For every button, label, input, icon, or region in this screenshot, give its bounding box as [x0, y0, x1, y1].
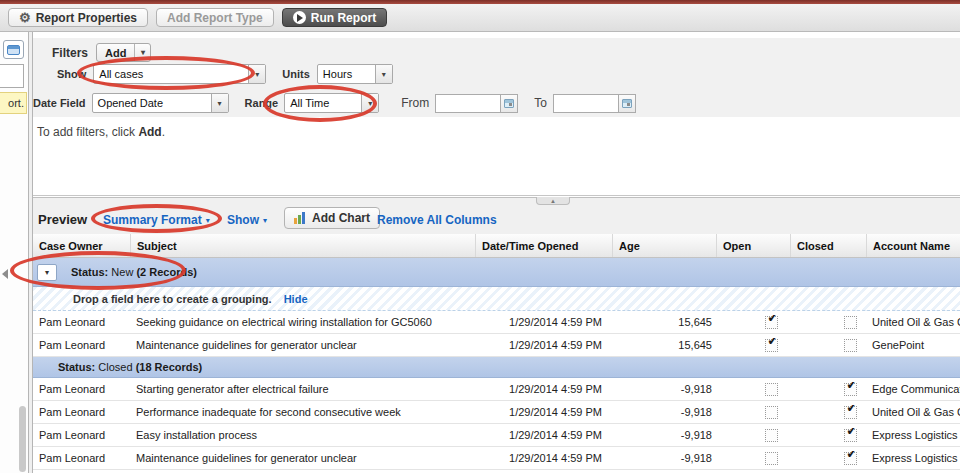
filters-hint-add: Add [138, 125, 161, 139]
drop-hint-text: Drop a field here to create a grouping. [73, 293, 272, 305]
report-properties-label: Report Properties [36, 11, 137, 25]
group-dropdown[interactable]: ▾ [37, 264, 57, 281]
report-properties-button[interactable]: ⚙ Report Properties [8, 8, 148, 27]
cell-case-owner: Pam Leonard [33, 429, 130, 441]
units-select[interactable]: Hours ▾ [317, 64, 393, 84]
table-row[interactable]: Pam Leonard Starting generator after ele… [33, 378, 960, 401]
chevron-down-icon: ▾ [45, 268, 49, 277]
cell-date-opened: 1/29/2014 4:59 PM [475, 339, 612, 351]
chevron-down-icon[interactable]: ▾ [211, 94, 228, 112]
group-count: (18 Records) [136, 361, 203, 373]
filters-pane: Filters Add ▾ Show All cases ▾ Units Hou… [33, 38, 960, 196]
cell-case-owner: Pam Leonard [33, 452, 130, 464]
calendar-icon[interactable] [619, 94, 636, 113]
fields-search-input[interactable] [0, 64, 24, 88]
cell-account-name: Edge Communicati [866, 383, 960, 395]
fields-pane-scrollbar[interactable] [19, 406, 26, 472]
open-checkbox: ✓ [765, 316, 778, 329]
cell-closed [790, 338, 866, 352]
column-header-closed[interactable]: Closed [790, 234, 866, 257]
cell-date-opened: 1/29/2014 4:59 PM [475, 429, 612, 441]
cell-case-owner: Pam Leonard [33, 339, 130, 351]
group-label: Status: [71, 266, 108, 278]
chevron-down-icon[interactable]: ▾ [361, 94, 378, 112]
add-filter-label: Add [97, 44, 134, 61]
open-checkbox [765, 406, 778, 419]
from-label: From [401, 96, 429, 110]
add-chart-button[interactable]: Add Chart [284, 207, 380, 229]
closed-checkbox [844, 316, 857, 329]
open-checkbox [765, 429, 778, 442]
cell-open [716, 382, 790, 396]
cell-date-opened: 1/29/2014 4:59 PM [475, 452, 612, 464]
to-label: To [534, 96, 547, 110]
preview-table: Case Owner Subject Date/Time Opened Age … [33, 234, 960, 473]
group-count: (2 Records) [136, 266, 197, 278]
open-checkbox [765, 383, 778, 396]
filters-hint-suffix: . [162, 125, 165, 139]
preview-pane: ▲ Preview Summary Format ▾ Show ▾ Add Ch… [33, 197, 960, 473]
cell-account-name: United Oil & Gas C [866, 316, 960, 328]
show-select-value: All cases [94, 65, 248, 83]
units-label: Units [282, 68, 310, 80]
run-report-label: Run Report [311, 11, 376, 25]
fields-pane-button[interactable] [3, 40, 24, 59]
group-header-status-new[interactable]: ▾ Status: New (2 Records) [33, 258, 960, 287]
column-header-open[interactable]: Open [716, 234, 790, 257]
table-row[interactable]: Pam Leonard Seeking guidance on electric… [33, 311, 960, 334]
fields-help-note: ort. [0, 92, 27, 114]
cell-age: -9,918 [612, 383, 716, 395]
date-field-select-value: Opened Date [93, 94, 211, 112]
closed-checkbox: ✓ [844, 383, 857, 396]
grouping-drop-zone[interactable]: Drop a field here to create a grouping. … [33, 287, 960, 311]
table-row[interactable]: Pam Leonard Performance inadequate for s… [33, 401, 960, 424]
to-date-input[interactable] [553, 94, 619, 113]
chevron-down-icon[interactable]: ▾ [134, 44, 150, 61]
show-select[interactable]: All cases ▾ [93, 64, 266, 84]
cell-closed: ✓ [790, 405, 866, 419]
column-header-age[interactable]: Age [612, 234, 716, 257]
group-label: Status: [58, 361, 95, 373]
chevron-down-icon[interactable]: ▾ [375, 65, 392, 83]
column-header-account-name[interactable]: Account Name [866, 234, 960, 257]
run-report-button[interactable]: Run Report [282, 8, 387, 27]
show-label: Show [57, 68, 86, 80]
group-header-status-closed[interactable]: Status: Closed (18 Records) [33, 357, 960, 378]
collapse-left-icon[interactable] [2, 269, 8, 279]
cell-age: 15,645 [612, 316, 716, 328]
date-field-select[interactable]: Opened Date ▾ [92, 93, 229, 113]
group-value: Closed [95, 361, 135, 373]
table-row[interactable]: Pam Leonard Maintenance guidelines for g… [33, 447, 960, 470]
cell-open: ✓ [716, 338, 790, 352]
add-chart-label: Add Chart [312, 211, 370, 225]
table-row[interactable]: Pam Leonard Easy installation process 1/… [33, 424, 960, 447]
calendar-icon[interactable] [501, 94, 518, 113]
preview-show-menu[interactable]: Show ▾ [227, 213, 267, 227]
from-date-input[interactable] [435, 94, 501, 113]
chevron-down-icon: ▾ [206, 216, 210, 225]
cell-open [716, 428, 790, 442]
play-icon [293, 11, 306, 24]
report-toolbar: ⚙ Report Properties Add Report Type Run … [0, 4, 960, 32]
cell-case-owner: Pam Leonard [33, 316, 130, 328]
bar-chart-icon [294, 212, 307, 224]
hide-link[interactable]: Hide [284, 293, 308, 305]
column-header-subject[interactable]: Subject [130, 234, 475, 257]
remove-all-columns-link[interactable]: Remove All Columns [377, 213, 497, 227]
chevron-down-icon[interactable]: ▾ [248, 65, 265, 83]
report-format-menu[interactable]: Summary Format ▾ [103, 213, 210, 227]
cell-subject: Starting generator after electrical fail… [130, 383, 475, 395]
cell-case-owner: Pam Leonard [33, 406, 130, 418]
group-value: New [108, 266, 136, 278]
show-link-label: Show [227, 213, 259, 227]
range-select[interactable]: All Time ▾ [284, 93, 379, 113]
add-filter-button[interactable]: Add ▾ [96, 43, 151, 62]
preview-title: Preview [38, 212, 87, 227]
table-row[interactable]: Pam Leonard Maintenance guidelines for g… [33, 334, 960, 357]
cell-age: -9,918 [612, 406, 716, 418]
cell-age: 15,645 [612, 339, 716, 351]
column-header-date-opened[interactable]: Date/Time Opened [475, 234, 612, 257]
add-report-type-button[interactable]: Add Report Type [156, 8, 274, 27]
fields-pane-cropped: ort. [0, 32, 28, 473]
column-header-case-owner[interactable]: Case Owner [33, 234, 130, 257]
